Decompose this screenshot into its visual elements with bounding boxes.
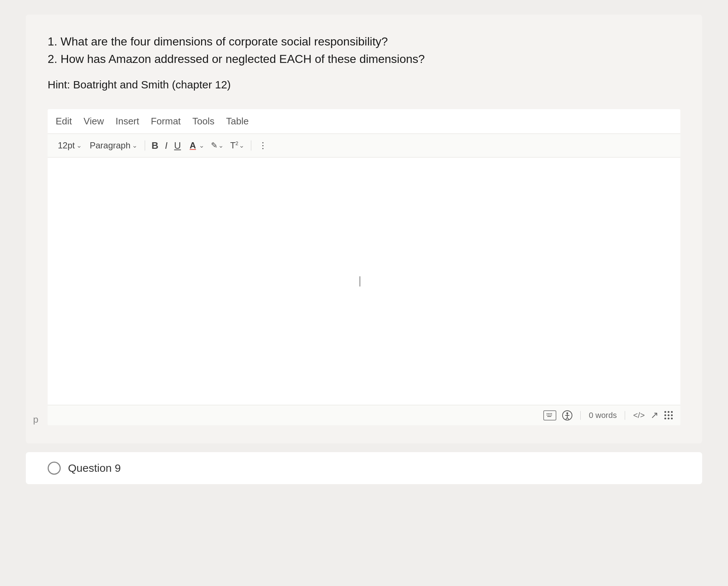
menu-tools[interactable]: Tools: [192, 114, 215, 128]
word-count: 0 words: [589, 411, 617, 420]
toolbar-divider-1: [145, 140, 145, 151]
menu-view[interactable]: View: [83, 114, 105, 128]
svg-rect-8: [547, 416, 551, 417]
question-line-1: 1. What are the four dimensions of corpo…: [48, 33, 680, 50]
font-color-chevron: ⌄: [199, 141, 204, 150]
svg-rect-5: [548, 415, 549, 415]
text-cursor: ⎸: [360, 275, 369, 287]
toolbar-divider-2: [251, 140, 251, 151]
question-text: 1. What are the four dimensions of corpo…: [48, 33, 680, 68]
superscript-label: T2: [230, 140, 238, 151]
menu-table[interactable]: Table: [225, 114, 249, 128]
bold-button[interactable]: B: [149, 139, 161, 153]
paragraph-style-value: Paragraph: [90, 140, 131, 151]
paragraph-style-selector[interactable]: Paragraph ⌄: [87, 139, 140, 152]
italic-button[interactable]: I: [163, 139, 170, 153]
keyboard-toggle-button[interactable]: [543, 410, 556, 420]
svg-rect-6: [549, 415, 551, 415]
editor-menubar: Edit View Insert Format Tools Table: [48, 109, 680, 134]
question-9-label: Question 9: [68, 462, 121, 474]
highlight-button[interactable]: ✎ ⌄: [209, 139, 226, 152]
more-options-button[interactable]: ⋮: [256, 139, 271, 152]
svg-rect-1: [548, 413, 549, 414]
editor-statusbar: 0 words </> ↗: [48, 405, 680, 425]
menu-format[interactable]: Format: [150, 114, 181, 128]
menu-insert[interactable]: Insert: [115, 114, 140, 128]
svg-rect-4: [547, 415, 548, 415]
editor-toolbar: 12pt ⌄ Paragraph ⌄ B I U A ⌄: [48, 134, 680, 158]
svg-rect-7: [551, 415, 552, 415]
svg-rect-0: [547, 413, 548, 414]
keyboard-icon: [543, 410, 556, 420]
font-color-inner: A: [188, 139, 198, 152]
underline-button[interactable]: U: [172, 139, 183, 153]
drag-handle[interactable]: [664, 411, 673, 420]
font-size-chevron: ⌄: [76, 141, 82, 150]
svg-rect-3: [551, 413, 552, 414]
svg-rect-2: [549, 413, 551, 414]
svg-line-14: [567, 418, 569, 419]
code-view-button[interactable]: </>: [633, 411, 645, 420]
superscript-button[interactable]: T2 ⌄: [228, 139, 247, 152]
font-size-value: 12pt: [58, 140, 75, 151]
superscript-chevron: ⌄: [239, 141, 244, 150]
highlight-icon: ✎: [211, 141, 217, 150]
hint-text: Hint: Boatright and Smith (chapter 12): [48, 79, 680, 91]
expand-button[interactable]: ↗: [651, 410, 659, 421]
writing-area[interactable]: ⎸: [48, 158, 680, 405]
question-line-2: 2. How has Amazon addressed or neglected…: [48, 50, 680, 68]
font-color-letter: A: [190, 140, 196, 151]
status-divider-2: [625, 411, 625, 420]
question-9-bar: Question 9: [26, 452, 702, 484]
status-divider-1: [580, 411, 581, 420]
accessibility-button[interactable]: [562, 410, 572, 420]
circle-icon: [48, 462, 61, 475]
more-icon: ⋮: [259, 140, 268, 151]
svg-point-10: [567, 412, 568, 414]
main-container: 1. What are the four dimensions of corpo…: [26, 15, 702, 443]
highlight-chevron: ⌄: [218, 141, 224, 150]
font-size-selector[interactable]: 12pt ⌄: [55, 139, 85, 152]
font-color-button[interactable]: A ⌄: [185, 137, 207, 154]
menu-edit[interactable]: Edit: [55, 114, 73, 128]
drag-grid-icon: [664, 411, 673, 420]
editor-container: Edit View Insert Format Tools Table 12pt…: [48, 109, 680, 425]
paragraph-chevron: ⌄: [132, 141, 137, 150]
